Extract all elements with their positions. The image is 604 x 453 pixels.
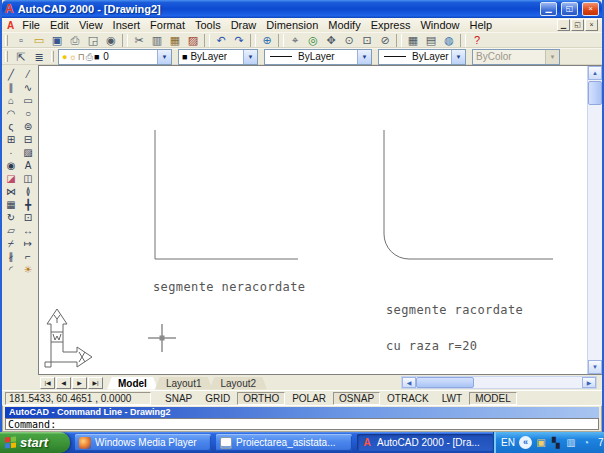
toolbar-button-zoom-realtime[interactable]: ⊙	[340, 33, 358, 47]
tray-network-icon[interactable]: ▥	[565, 437, 577, 449]
menu-item-help[interactable]: Help	[465, 18, 498, 32]
toolbar-button-help[interactable]: ?	[468, 33, 486, 47]
menu-item-tools[interactable]: Tools	[190, 18, 226, 32]
menu-item-format[interactable]: Format	[145, 18, 190, 32]
toolbar-grip[interactable]	[5, 35, 8, 46]
toolbar-button-cut[interactable]: ✂	[130, 33, 148, 47]
tab-model[interactable]: Model	[107, 377, 158, 390]
menu-item-insert[interactable]: Insert	[108, 18, 146, 32]
tab-nav-first[interactable]: |◀	[40, 377, 55, 389]
scroll-left-arrow[interactable]: ◀	[402, 377, 416, 388]
tray-hide-icons-chevron[interactable]: «	[519, 436, 532, 449]
draw-tool-make-block[interactable]: ⊟	[20, 133, 36, 146]
mdi-restore-button[interactable]: ◱	[571, 19, 584, 31]
status-toggle-lwt[interactable]: LWT	[436, 392, 468, 405]
scroll-right-arrow[interactable]: ▶	[582, 377, 596, 388]
tray-volume-icon[interactable]: ◔	[580, 437, 592, 449]
draw-tool-multiline[interactable]: ∥	[3, 81, 19, 94]
status-toggle-model[interactable]: MODEL	[469, 392, 517, 405]
draw-tool-polygon[interactable]: ⌂	[3, 94, 19, 107]
toolbar-button-zoom-previous[interactable]: ⊘	[376, 33, 394, 47]
title-bar[interactable]: A AutoCAD 2000 - [Drawing2] ▁ ◱ ×	[2, 0, 602, 18]
toolbar-button-paste[interactable]: ▦	[166, 33, 184, 47]
draw-tool-spline[interactable]: ς	[3, 120, 19, 133]
start-button[interactable]: start	[0, 432, 70, 453]
modify-tool-copy-object[interactable]: ◫	[20, 172, 36, 185]
mdi-close-button[interactable]: ×	[585, 19, 598, 31]
toolbar-button-print-preview[interactable]: ◲	[84, 33, 102, 47]
modify-tool-mirror[interactable]: ⋈	[3, 185, 19, 198]
layer-dropdown[interactable]: ●☼⊓⎙■ 0 ▼	[58, 49, 172, 65]
modify-tool-erase[interactable]: ◪	[3, 172, 19, 185]
modify-tool-scale[interactable]: ⊡	[20, 211, 36, 224]
language-indicator[interactable]: EN	[501, 437, 515, 448]
draw-tool-hatch[interactable]: ▨	[20, 146, 36, 159]
clock[interactable]: 7:39 PM	[598, 437, 604, 448]
drawing-canvas[interactable]: segmente neracordate segmente racordate …	[38, 65, 602, 375]
tray-task-manager-icon[interactable]: ▚	[550, 437, 562, 449]
draw-tool-line[interactable]: ╱	[3, 68, 19, 81]
status-toggle-osnap[interactable]: OSNAP	[333, 392, 380, 405]
scroll-up-arrow[interactable]: ▲	[588, 66, 602, 80]
draw-tool-region[interactable]: ◉	[3, 159, 19, 172]
toolbar-button-dbconnect[interactable]: ◍	[440, 33, 458, 47]
draw-tool-multiline-text[interactable]: A	[20, 159, 36, 172]
draw-tool-polyline[interactable]: ∿	[20, 81, 36, 94]
draw-tool-ellipse[interactable]: ⊜	[20, 120, 36, 133]
command-window-title[interactable]: AutoCAD - Command Line - Drawing2	[5, 407, 599, 418]
toolbar-button-redo[interactable]: ↷	[230, 33, 248, 47]
toolbar-button-pan-realtime[interactable]: ✥	[322, 33, 340, 47]
toolbar-button-plot[interactable]: ⎙	[66, 33, 84, 47]
toolbar-button-zoom-window[interactable]: ⊡	[358, 33, 376, 47]
drawing-system-icon[interactable]: A	[7, 20, 14, 31]
modify-tool-break[interactable]: ∦	[3, 250, 19, 263]
minimize-button[interactable]: ▁	[540, 2, 557, 16]
modify-tool-move[interactable]: ╋	[20, 198, 36, 211]
modify-tool-rotate[interactable]: ↻	[3, 211, 19, 224]
status-toggle-snap[interactable]: SNAP	[159, 392, 198, 405]
linetype-dropdown[interactable]: ByLayer ▼	[264, 49, 372, 65]
toolbar-button-make-objects-layer-current[interactable]: ⇱	[12, 50, 30, 64]
modify-tool-explode[interactable]: ☀	[20, 263, 36, 276]
taskbar-task-proiectarea-asistata[interactable]: Proiectarea_asistata...	[216, 434, 352, 451]
modify-tool-array[interactable]: ▦	[3, 198, 19, 211]
menu-item-modify[interactable]: Modify	[323, 18, 365, 32]
draw-tool-arc[interactable]: ◠	[3, 107, 19, 120]
tab-layout1[interactable]: Layout1	[155, 377, 213, 390]
vertical-scrollbar[interactable]: ▲ ▼	[587, 66, 602, 374]
toolbar-button-new[interactable]: ▫	[12, 33, 30, 47]
menu-item-window[interactable]: Window	[415, 18, 464, 32]
color-dropdown[interactable]: ■ ByLayer ▼	[178, 49, 258, 65]
toolbar-button-save[interactable]: ▣	[48, 33, 66, 47]
chevron-down-icon[interactable]: ▼	[243, 50, 257, 64]
mdi-minimize-button[interactable]: ▁	[557, 19, 570, 31]
taskbar-task-windows-media-player[interactable]: Windows Media Player	[75, 434, 211, 451]
draw-tool-rectangle[interactable]: ▭	[20, 94, 36, 107]
menu-item-dimension[interactable]: Dimension	[261, 18, 323, 32]
draw-tool-insert-block[interactable]: ⊞	[3, 133, 19, 146]
chevron-down-icon[interactable]: ▼	[357, 50, 371, 64]
lineweight-dropdown[interactable]: ByLayer ▼	[378, 49, 466, 65]
modify-tool-offset[interactable]: ≬	[20, 185, 36, 198]
toolbar-button-autocad-designcenter[interactable]: ▦	[404, 33, 422, 47]
status-toggle-grid[interactable]: GRID	[199, 392, 236, 405]
toolbar-grip[interactable]	[51, 51, 54, 62]
modify-tool-lengthen[interactable]: ↔	[20, 224, 36, 237]
tab-layout2[interactable]: Layout2	[209, 377, 267, 390]
toolbar-button-copy[interactable]: ▥	[148, 33, 166, 47]
vertical-scroll-thumb[interactable]	[588, 81, 602, 105]
menu-item-view[interactable]: View	[74, 18, 108, 32]
status-toggle-otrack[interactable]: OTRACK	[381, 392, 435, 405]
menu-item-edit[interactable]: Edit	[45, 18, 74, 32]
status-toggle-polar[interactable]: POLAR	[286, 392, 332, 405]
toolbar-button-undo[interactable]: ↶	[212, 33, 230, 47]
tab-nav-previous[interactable]: ◀	[56, 377, 71, 389]
toolbar-button-match-properties[interactable]: ▨	[184, 33, 202, 47]
toolbar-grip[interactable]	[5, 51, 8, 62]
toolbar-button-layers[interactable]: ≣	[30, 50, 48, 64]
modify-tool-chamfer[interactable]: ⌐	[20, 250, 36, 263]
command-input[interactable]: Command:	[5, 418, 599, 430]
toolbar-button-3d-orbit[interactable]: ◎	[304, 33, 322, 47]
scroll-down-arrow[interactable]: ▼	[588, 360, 602, 374]
draw-tool-point[interactable]: ∙	[3, 146, 19, 159]
